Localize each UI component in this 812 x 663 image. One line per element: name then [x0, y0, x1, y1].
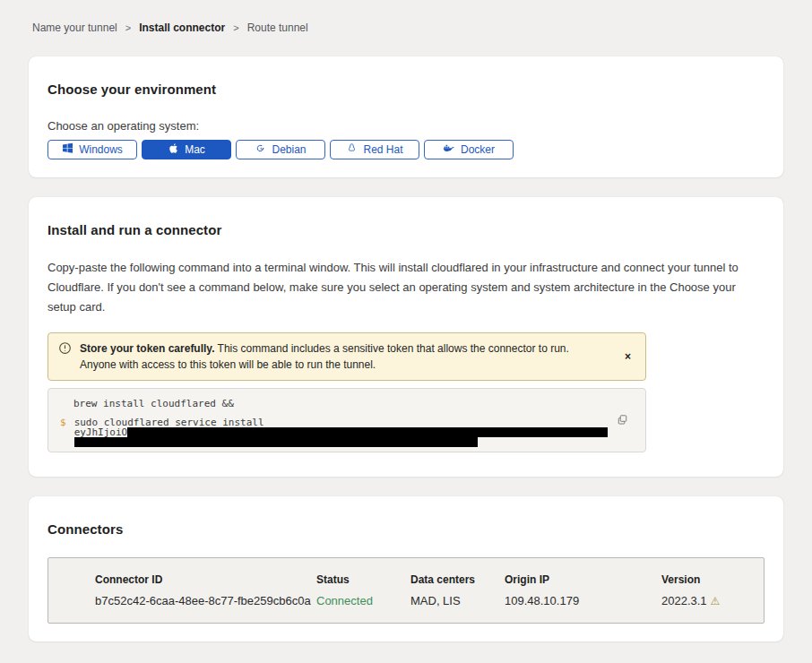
- install-card-title: Install and run a connector: [48, 222, 764, 237]
- connectors-table: Connector ID Status Data centers Origin …: [48, 557, 764, 624]
- code-line-sudo: sudo cloudflared service install: [74, 418, 609, 427]
- environment-card-title: Choose your environment: [48, 82, 764, 97]
- redacted-token-bar: [127, 427, 608, 437]
- redacted-token-bar: [74, 437, 478, 447]
- close-icon[interactable]: ×: [621, 348, 635, 366]
- connector-status-value: Connected: [316, 594, 410, 607]
- col-header-version: Version: [661, 573, 755, 586]
- alert-circle-icon: [58, 341, 72, 358]
- breadcrumb-name-your-tunnel[interactable]: Name your tunnel: [32, 22, 117, 34]
- terminal-prompt: $: [60, 418, 66, 447]
- col-header-origin-ip: Origin IP: [505, 573, 661, 586]
- debian-icon: [255, 142, 266, 157]
- connector-data-centers-value: MAD, LIS: [410, 594, 505, 607]
- connector-id-value: b7c52c42-6caa-48ee-8c77-fbe259cb6c0a: [95, 594, 316, 607]
- breadcrumb-install-connector[interactable]: Install connector: [139, 22, 225, 34]
- os-button-mac[interactable]: Mac: [142, 140, 231, 159]
- breadcrumb-separator: >: [125, 22, 131, 33]
- install-connector-card: Install and run a connector Copy-paste t…: [29, 197, 783, 477]
- version-warning-icon: ⚠: [711, 595, 721, 607]
- connectors-card-title: Connectors: [48, 521, 764, 537]
- os-button-redhat[interactable]: Red Hat: [330, 140, 419, 159]
- code-line-brew: brew install cloudflared &&: [73, 399, 633, 409]
- os-button-label: Red Hat: [363, 143, 402, 156]
- connectors-card: Connectors Connector ID Status Data cent…: [29, 496, 783, 641]
- os-select-label: Choose an operating system:: [48, 119, 764, 133]
- install-card-description: Copy-paste the following command into a …: [48, 258, 763, 317]
- col-header-data-centers: Data centers: [410, 573, 505, 586]
- install-command-codeblock: brew install cloudflared && $ sudo cloud…: [48, 388, 646, 452]
- alert-title: Store your token carefully.: [80, 342, 215, 355]
- windows-icon: [62, 142, 73, 157]
- apple-icon: [168, 142, 179, 157]
- page: Name your tunnel > Install connector > R…: [0, 0, 812, 663]
- environment-card: Choose your environment Choose an operat…: [29, 56, 783, 177]
- linux-penguin-icon: [346, 142, 358, 157]
- version-number: 2022.3.1: [661, 594, 707, 607]
- alert-text: Store your token carefully. This command…: [80, 340, 582, 373]
- os-button-group: Windows Mac Debian Red Hat: [48, 140, 764, 159]
- copy-command-button[interactable]: [615, 412, 630, 430]
- os-button-label: Docker: [461, 143, 495, 156]
- os-button-label: Debian: [272, 143, 306, 156]
- token-warning-alert: Store your token carefully. This command…: [48, 332, 646, 381]
- breadcrumb: Name your tunnel > Install connector > R…: [29, 0, 783, 34]
- breadcrumb-separator: >: [233, 22, 238, 33]
- os-button-windows[interactable]: Windows: [48, 140, 137, 159]
- os-button-label: Windows: [79, 143, 123, 156]
- connector-version-value: 2022.3.1 ⚠: [661, 594, 755, 607]
- code-command-body: sudo cloudflared service install eyJhIjo…: [74, 418, 609, 447]
- connector-origin-ip-value: 109.48.10.179: [505, 594, 661, 607]
- col-header-status: Status: [316, 573, 410, 586]
- breadcrumb-route-tunnel[interactable]: Route tunnel: [247, 22, 308, 34]
- os-button-docker[interactable]: Docker: [424, 140, 514, 159]
- copy-icon: [617, 415, 628, 428]
- docker-whale-icon: [443, 142, 455, 157]
- os-button-label: Mac: [185, 143, 205, 156]
- col-header-connector-id: Connector ID: [95, 573, 316, 586]
- os-button-debian[interactable]: Debian: [236, 140, 325, 159]
